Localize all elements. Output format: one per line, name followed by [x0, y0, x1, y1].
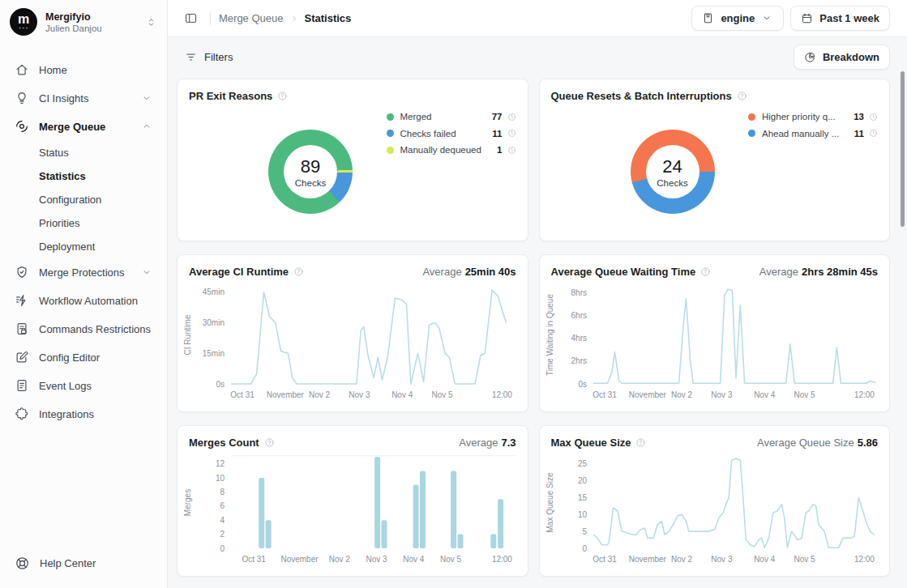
- card-header: Average CI RuntimeAverage25min 40s: [178, 255, 528, 278]
- life-buoy-icon: [15, 556, 30, 571]
- legend-label: Checks failed: [400, 129, 456, 138]
- svg-text:Nov 2: Nov 2: [309, 390, 331, 399]
- sidebar-item-commands-restrictions[interactable]: Commands Restrictions: [8, 316, 159, 342]
- svg-text:November: November: [267, 390, 305, 399]
- sidebar-subitem-priorities[interactable]: Priorities: [8, 212, 159, 234]
- document-lines-icon: [15, 378, 29, 393]
- donut-center-label: Checks: [295, 178, 326, 188]
- help-center-button[interactable]: Help Center: [8, 550, 102, 577]
- svg-text:12: 12: [216, 459, 225, 468]
- card-average-queue-waiting-time: Average Queue Waiting TimeAverage2hrs 28…: [539, 254, 891, 412]
- updown-icon: [145, 16, 157, 28]
- clock-icon[interactable]: [507, 146, 516, 155]
- chart-legend: Higher priority q...13Ahead manually ...…: [748, 109, 878, 142]
- breadcrumb-section[interactable]: Merge Queue: [219, 12, 284, 24]
- svg-text:November: November: [628, 390, 666, 399]
- help-icon[interactable]: [737, 91, 747, 101]
- svg-text:15min: 15min: [203, 349, 225, 358]
- svg-text:Nov 3: Nov 3: [349, 390, 370, 399]
- date-range-button[interactable]: Past 1 week: [790, 6, 890, 31]
- chart-line-max-queue-size: 0510152025Oct 31NovemberNov 2Nov 3Nov 4N…: [543, 447, 888, 573]
- repository-selector[interactable]: engine: [691, 6, 784, 31]
- sidebar-nav: HomeCI InsightsMerge QueueStatusStatisti…: [0, 42, 167, 427]
- main-content: Merge Queue Statistics engine Past 1 wee…: [168, 0, 907, 588]
- legend-value: 13: [854, 112, 864, 121]
- svg-text:Nov 4: Nov 4: [391, 390, 413, 399]
- sidebar-item-ci-insights[interactable]: CI Insights: [8, 85, 159, 111]
- donut-chart-queue-resets-batch-interruptions: 24Checks: [631, 130, 715, 214]
- sidebar-subitem-statistics[interactable]: Statistics: [8, 165, 159, 187]
- donut-center-label: Checks: [657, 178, 687, 188]
- svg-text:30min: 30min: [203, 318, 225, 327]
- svg-text:Max Queue Size: Max Queue Size: [545, 472, 554, 532]
- svg-text:0: 0: [220, 544, 225, 553]
- sidebar-item-merge-queue[interactable]: Merge Queue: [8, 113, 159, 139]
- svg-text:Nov 3: Nov 3: [711, 390, 733, 399]
- workflow-zap-icon: [15, 293, 29, 308]
- svg-text:Oct 31: Oct 31: [593, 390, 617, 399]
- cards-grid: PR Exit Reasons89ChecksMerged77Checks fa…: [168, 70, 907, 585]
- svg-text:4: 4: [220, 516, 225, 525]
- breakdown-button[interactable]: Breakdown: [794, 45, 890, 70]
- scrollbar-thumb[interactable]: [901, 71, 905, 227]
- breakdown-label: Breakdown: [823, 51, 879, 63]
- clock-icon[interactable]: [869, 113, 878, 121]
- legend-dot: [748, 130, 755, 137]
- svg-text:Time Waiting in Queue: Time Waiting in Queue: [545, 294, 554, 376]
- legend-row-checks-failed: Checks failed11: [387, 126, 516, 143]
- help-center-label: Help Center: [40, 557, 96, 569]
- svg-text:12:00: 12:00: [492, 555, 512, 564]
- help-icon[interactable]: [277, 91, 288, 101]
- svg-text:25: 25: [577, 459, 587, 468]
- svg-text:10: 10: [216, 474, 225, 483]
- clock-icon[interactable]: [869, 129, 878, 138]
- panel-toggle-button[interactable]: [179, 7, 202, 30]
- svg-text:45min: 45min: [203, 288, 225, 296]
- legend-dot: [387, 130, 394, 137]
- svg-text:Merges: Merges: [183, 489, 192, 516]
- chevron-down-icon: [141, 92, 152, 104]
- sidebar-item-config-editor[interactable]: Config Editor: [8, 344, 159, 370]
- sidebar-item-home[interactable]: Home: [8, 57, 159, 83]
- sidebar-subitem-deployment[interactable]: Deployment: [8, 236, 159, 258]
- legend-row-manually-dequeued: Manually dequeued1: [387, 142, 516, 159]
- sidebar-item-workflow-automation[interactable]: Workflow Automation: [8, 288, 159, 313]
- card-average-ci-runtime: Average CI RuntimeAverage25min 40s0s15mi…: [177, 254, 528, 412]
- card-max-queue-size: Max Queue SizeAverage Queue Size5.860510…: [539, 425, 891, 577]
- sidebar-item-integrations[interactable]: Integrations: [8, 401, 159, 427]
- sidebar-item-label: Integrations: [39, 408, 94, 420]
- calendar-icon: [801, 12, 813, 24]
- clock-icon[interactable]: [507, 113, 516, 121]
- workspace-switcher[interactable]: m Mergifyio Julien Danjou: [0, 0, 167, 42]
- donut-chart-pr-exit-reasons: 89Checks: [268, 130, 353, 214]
- svg-text:4hrs: 4hrs: [571, 334, 586, 343]
- svg-text:8: 8: [220, 488, 225, 496]
- mergify-logo: m: [10, 8, 37, 36]
- sidebar-item-event-logs[interactable]: Event Logs: [8, 373, 159, 398]
- legend-dot: [387, 113, 394, 121]
- svg-text:8hrs: 8hrs: [571, 288, 586, 297]
- clock-icon[interactable]: [507, 129, 516, 138]
- sidebar-item-merge-protections[interactable]: Merge Protections: [8, 259, 159, 285]
- filters-button[interactable]: Filters: [178, 46, 239, 68]
- sidebar-subitem-status[interactable]: Status: [8, 142, 159, 164]
- repo-book-icon: [702, 12, 714, 24]
- topbar-divider: [210, 12, 211, 25]
- sidebar-item-label: Event Logs: [39, 380, 92, 392]
- sidebar-item-label: Config Editor: [39, 352, 100, 364]
- chart-legend: Merged77Checks failed11Manually dequeued…: [387, 109, 516, 159]
- svg-text:November: November: [628, 555, 666, 564]
- logo-dots: [19, 26, 28, 31]
- card-pr-exit-reasons: PR Exit Reasons89ChecksMerged77Checks fa…: [177, 79, 528, 241]
- legend-label: Merged: [400, 112, 432, 121]
- sidebar-item-label: Commands Restrictions: [39, 323, 151, 335]
- card-header: Queue Resets & Batch Interruptions: [540, 79, 890, 102]
- legend-row-ahead-manually: Ahead manually ...11: [748, 126, 878, 143]
- svg-text:0s: 0s: [216, 380, 225, 389]
- chart-line-average-ci-runtime: 0s15min30min45minOct 31NovemberNov 2Nov …: [181, 276, 526, 408]
- card-title: Queue Resets & Batch Interruptions: [551, 90, 732, 102]
- svg-text:15: 15: [577, 493, 587, 502]
- sidebar-subitem-configuration[interactable]: Configuration: [8, 189, 159, 211]
- legend-dot: [387, 147, 394, 154]
- filters-label: Filters: [204, 51, 233, 63]
